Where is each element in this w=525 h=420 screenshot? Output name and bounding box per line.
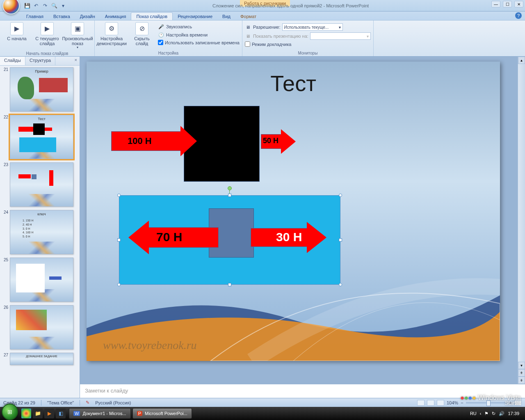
thumb-number: 25 — [2, 258, 8, 302]
maximize-button[interactable]: ☐ — [503, 1, 512, 7]
arrow-30n-head — [307, 222, 326, 253]
slideshow-view-button[interactable] — [437, 400, 444, 406]
next-slide-icon[interactable]: ⤋ — [518, 377, 525, 384]
scroll-down-icon[interactable]: ▼ — [518, 362, 525, 369]
tab-animation[interactable]: Анимация — [100, 13, 131, 20]
custom-show-button[interactable]: ▣Произвольный показ▾ — [63, 21, 92, 50]
tray-volume-icon[interactable]: 🔊 — [499, 411, 504, 416]
slides-panel: Слайды Структура × 21 Пример 22 Тест 23 — [0, 57, 80, 404]
qat-more-icon[interactable]: ▾ — [60, 2, 66, 9]
windows-watermark: ●●●● Windows Vista Starter — [460, 395, 521, 406]
thumbnail-list[interactable]: 21 Пример 22 Тест 23 24 — [0, 66, 80, 404]
slide-thumb-21[interactable]: Пример — [10, 67, 73, 112]
tab-format[interactable]: Формат — [235, 13, 261, 20]
clock-icon: 🕐 — [158, 32, 164, 38]
outline-tab[interactable]: Структура — [25, 57, 55, 65]
group-monitors-label: Мониторы — [245, 50, 371, 56]
slide-thumb-22[interactable]: Тест — [10, 115, 73, 159]
thumb-number: 23 — [2, 162, 8, 207]
tray-flag-icon[interactable]: ⚑ — [484, 411, 488, 416]
slide-thumb-27[interactable]: ДОМАШНЕЕ ЗАДАНИЕ — [10, 353, 73, 365]
minimize-button[interactable]: — — [491, 1, 500, 7]
arrow-70n-head — [128, 221, 149, 254]
taskbar-word-button[interactable]: WДокумент1 - Micros... — [69, 408, 131, 419]
normal-view-button[interactable] — [417, 400, 425, 406]
mic-icon: 🎤 — [158, 23, 164, 30]
language-status[interactable]: Русский (Россия) — [95, 400, 131, 405]
ql-media-icon[interactable]: ▶ — [44, 409, 54, 418]
undo-icon[interactable]: ↶ — [33, 2, 39, 9]
ribbon: ▶С начала ▶С текущего слайда ▣Произвольн… — [0, 21, 525, 57]
status-bar: Слайд 22 из 29 "Тема Office" ✎ Русский (… — [0, 398, 525, 407]
rotation-handle[interactable] — [228, 186, 232, 190]
tab-design[interactable]: Дизайн — [75, 13, 100, 20]
vertical-scrollbar[interactable]: ▲ ▼ ⤊ ⤋ — [518, 57, 525, 384]
tab-slideshow[interactable]: Показ слайдов — [131, 12, 173, 20]
ql-app-icon[interactable]: ◧ — [56, 409, 66, 418]
thumb-number: 26 — [2, 305, 8, 349]
zoom-value[interactable]: 104% — [447, 400, 458, 405]
selection-handle[interactable] — [339, 283, 342, 286]
prev-slide-icon[interactable]: ⤊ — [518, 369, 525, 377]
help-icon[interactable]: ? — [515, 12, 522, 19]
scroll-up-icon[interactable]: ▲ — [518, 57, 525, 64]
tab-view[interactable]: Вид — [217, 13, 235, 20]
workspace: Слайды Структура × 21 Пример 22 Тест 23 — [0, 57, 525, 404]
selection-handle[interactable] — [117, 283, 121, 286]
sorter-view-button[interactable] — [427, 400, 434, 406]
setup-show-button[interactable]: ⚙Настройка демонстрации — [97, 21, 126, 47]
start-button[interactable]: ⊞ — [2, 404, 18, 420]
record-narration-button[interactable]: 🎤Звукозапись — [158, 23, 240, 30]
from-current-button[interactable]: ▶С текущего слайда — [33, 21, 62, 47]
watermark-text: www.tvoyrebenok.ru — [103, 339, 197, 352]
selection-handle[interactable] — [117, 194, 121, 197]
slide-thumb-26[interactable] — [10, 305, 73, 349]
resolution-label: Разрешение: — [253, 25, 281, 30]
resolution-dropdown[interactable]: Использовать текуще...▾ — [282, 23, 343, 31]
selection-handle[interactable] — [339, 194, 342, 197]
print-preview-icon[interactable]: 🔍 — [51, 2, 57, 9]
selection-handle[interactable] — [228, 283, 231, 286]
tray-sync-icon[interactable]: ↻ — [492, 411, 495, 416]
slide-thumb-25[interactable] — [10, 258, 73, 302]
taskbar-powerpoint-button[interactable]: PMicrosoft PowerPoi... — [132, 408, 192, 419]
selection-handle[interactable] — [117, 238, 121, 242]
window-title: Сложение сил, направленных вдоль одной п… — [212, 3, 369, 8]
close-button[interactable]: ✕ — [514, 1, 523, 7]
monitor-icon: 🖥 — [245, 24, 251, 30]
slide-thumb-23[interactable] — [10, 162, 73, 207]
use-timings-checkbox[interactable]: Использовать записанные времена — [158, 39, 240, 46]
slide-title[interactable]: Тест — [87, 71, 500, 96]
taskbar: ⊞ 📁 ▶ ◧ WДокумент1 - Micros... PMicrosof… — [0, 407, 525, 420]
slide-thumb-24[interactable]: ключ 1. 150 Н2. 40 Н3. 0 Н4. 160 Н5. 0 Н — [10, 210, 73, 254]
panel-close-icon[interactable]: × — [72, 57, 80, 65]
save-icon[interactable]: 💾 — [24, 2, 30, 9]
slides-tab[interactable]: Слайды — [0, 57, 25, 65]
tab-insert[interactable]: Вставка — [48, 13, 75, 20]
ribbon-tabs: Главная Вставка Дизайн Анимация Показ сл… — [0, 11, 525, 21]
tray-clock[interactable]: 17:39 — [508, 411, 519, 416]
group-start-label: Начать показ слайдов — [2, 50, 92, 57]
ql-folder-icon[interactable]: 📁 — [33, 409, 43, 418]
title-bar: 💾 ↶ ↷ 🔍 ▾ Работа с рисунками Сложение си… — [0, 0, 525, 11]
show-on-dropdown[interactable]: ▾ — [310, 32, 371, 40]
selection-handle[interactable] — [228, 194, 231, 197]
rehearse-timings-button[interactable]: 🕐Настройка времени — [158, 31, 240, 39]
arrow-100n-label: 100 Н — [128, 136, 152, 146]
tray-chevron-icon[interactable]: ‹ — [480, 411, 482, 416]
theme-name: "Тема Office" — [47, 400, 74, 405]
slide-canvas[interactable]: Тест 100 Н 50 Н 70 Н 30 Н — [87, 62, 500, 361]
presenter-view-checkbox[interactable]: Режим докладчика — [245, 41, 371, 47]
ql-chrome-icon[interactable] — [21, 409, 31, 418]
redo-icon[interactable]: ↷ — [42, 2, 48, 9]
tray-lang[interactable]: RU — [470, 411, 477, 416]
hide-slide-button[interactable]: ⊘Скрыть слайд — [128, 21, 156, 47]
arrow-100n-head — [180, 126, 197, 156]
tab-home[interactable]: Главная — [21, 13, 48, 20]
quick-access-toolbar: 💾 ↶ ↷ 🔍 ▾ — [24, 2, 66, 9]
selection-handle[interactable] — [339, 238, 342, 242]
spell-icon[interactable]: ✎ — [86, 400, 89, 405]
system-tray[interactable]: RU ‹ ⚑ ↻ 🔊 17:39 — [470, 411, 523, 416]
from-beginning-button[interactable]: ▶С начала — [2, 21, 31, 42]
tab-review[interactable]: Рецензирование — [173, 13, 217, 20]
